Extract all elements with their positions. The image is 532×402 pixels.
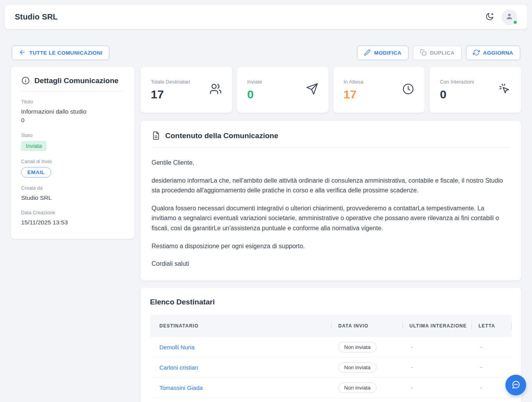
stato-label: Stato	[21, 133, 124, 138]
recipients-table: DESTINATARIO DATA INVIO ULTIMA INTERAZIO…	[150, 315, 512, 402]
communication-details-card: Dettagli Comunicazione Titolo Informazio…	[11, 67, 134, 239]
dark-mode-toggle[interactable]	[485, 12, 495, 23]
send-status-badge: Non inviata	[338, 342, 377, 352]
page-title: Studio SRL	[15, 12, 58, 21]
canali-label: Canali di Invio	[21, 159, 124, 164]
stat-value: 17	[344, 88, 364, 101]
stat-card-inviate: Inviate 0	[237, 67, 328, 113]
arrow-left-icon	[19, 49, 26, 57]
table-row: Tomassini Giada Non inviata - -	[150, 378, 512, 398]
recipient-name-link[interactable]: Tomassini Giada	[150, 384, 331, 391]
top-header-bar: Studio SRL	[5, 5, 527, 29]
column-header-data-invio: DATA INVIO	[331, 315, 402, 337]
content-paragraph: Cordiali saluti	[152, 259, 510, 269]
read-value: -	[471, 344, 512, 350]
channel-badge: EMAIL	[21, 167, 51, 178]
moon-icon	[485, 12, 495, 23]
clock-icon	[402, 83, 414, 97]
column-header-letta: LETTA	[471, 315, 512, 337]
last-interaction-value: -	[402, 344, 471, 350]
table-row: gessy Non inviata - -	[150, 398, 512, 402]
online-status-dot	[513, 20, 518, 25]
send-status-badge: Non inviata	[338, 382, 377, 393]
toolbar: TUTTE LE COMUNICAZIONI MODIFICA DUPLICA	[12, 46, 520, 60]
recipients-heading: Elenco Destinatari	[150, 298, 512, 306]
content-paragraph: Gentile Cliente,	[152, 158, 510, 168]
column-header-destinatario: DESTINATARIO	[150, 315, 331, 337]
edit-pencil-icon	[364, 49, 371, 57]
person-icon	[505, 12, 514, 22]
column-header-ultima-interazione: ULTIMA INTERAZIONE	[402, 315, 471, 337]
users-icon	[209, 83, 222, 97]
cursor-click-icon	[498, 83, 511, 97]
send-status-badge: Non inviata	[338, 362, 377, 373]
modifica-button[interactable]: MODIFICA	[357, 46, 409, 60]
copy-icon	[420, 49, 427, 57]
aggiorna-button[interactable]: AGGIORNA	[466, 46, 520, 60]
content-heading: Contenuto della Comunicazione	[165, 132, 278, 140]
back-to-communications-button[interactable]: TUTTE LE COMUNICAZIONI	[12, 46, 109, 60]
aggiorna-label: AGGIORNA	[483, 50, 513, 56]
refresh-icon	[473, 49, 480, 57]
duplica-label: DUPLICA	[430, 50, 455, 56]
chat-bubble-icon	[511, 379, 521, 391]
content-paragraph: Qualora fossero necessari documenti inte…	[152, 203, 510, 233]
send-icon	[306, 83, 318, 97]
back-button-label: TUTTE LE COMUNICAZIONI	[29, 50, 102, 56]
last-interaction-value: -	[402, 384, 471, 391]
info-icon	[21, 76, 30, 85]
stat-card-in-attesa: In Attesa 17	[334, 67, 425, 113]
stat-card-totale-destinatari: Totale Destinatari 17	[141, 67, 232, 113]
creata-da-value: Studio SRL	[21, 194, 124, 202]
stat-value: 0	[440, 88, 474, 101]
status-badge: Inviata	[21, 141, 46, 151]
titolo-label: Titolo	[21, 99, 124, 105]
table-header-row: DESTINATARIO DATA INVIO ULTIMA INTERAZIO…	[150, 315, 512, 337]
details-heading: Dettagli Comunicazione	[34, 76, 118, 85]
data-creazione-value: 15/11/2025 13:53	[21, 218, 124, 227]
stat-card-con-interazioni: Con Interazioni 0	[430, 67, 521, 113]
content-paragraph: Restiamo a disposizione per ogni esigenz…	[152, 241, 510, 251]
content-paragraph: desideriamo informarLa che, nell'ambito …	[152, 176, 510, 196]
recipients-card: Elenco Destinatari DESTINATARIO DATA INV…	[141, 288, 521, 402]
modifica-label: MODIFICA	[374, 50, 402, 56]
chat-support-button[interactable]	[505, 375, 526, 395]
stat-value: 17	[151, 88, 190, 101]
recipient-name-link[interactable]: Carloni cristian	[150, 364, 331, 371]
last-interaction-value: -	[402, 364, 471, 370]
table-row: Demolli Nuria Non inviata - -	[150, 337, 512, 358]
stat-value: 0	[247, 88, 262, 101]
duplica-button[interactable]: DUPLICA	[413, 46, 462, 60]
stat-label: Con Interazioni	[440, 79, 474, 85]
document-icon	[152, 131, 161, 140]
table-row: Carloni cristian Non inviata - -	[150, 358, 512, 378]
creata-da-label: Creata da	[21, 185, 124, 191]
recipient-name-link[interactable]: Demolli Nuria	[150, 344, 331, 350]
stat-label: Totale Destinatari	[151, 79, 190, 85]
stats-row: Totale Destinatari 17 Inviate 0	[141, 67, 521, 113]
read-value: -	[471, 364, 512, 370]
stat-label: In Attesa	[344, 79, 364, 85]
titolo-value: Informazioni dallo studio 0	[21, 107, 124, 125]
stat-label: Inviate	[247, 79, 262, 85]
communication-content-card: Contenuto della Comunicazione Gentile Cl…	[141, 121, 521, 281]
data-creazione-label: Data Creazione	[21, 210, 124, 215]
